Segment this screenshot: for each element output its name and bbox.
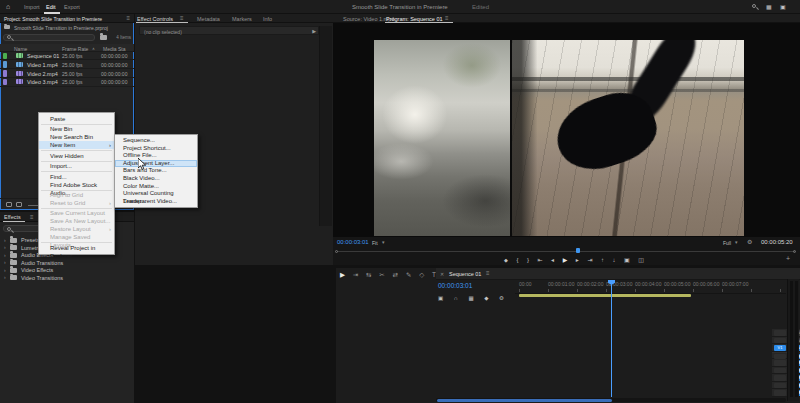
panel-menu-icon[interactable]: ≡ (126, 15, 130, 21)
menu-item-manage-saved-layouts[interactable]: Manage Saved Layouts... (39, 233, 114, 241)
menu-item-restore-layout[interactable]: Restore Layout› (39, 225, 114, 233)
twirl-icon[interactable]: › (4, 244, 6, 250)
add-marker-icon[interactable]: ◆ (504, 255, 508, 265)
label-chip[interactable] (3, 79, 7, 86)
source-patch[interactable] (774, 390, 786, 396)
add-button-icon[interactable]: + (786, 255, 790, 262)
submenu-item-sequence[interactable]: Sequence... (115, 137, 197, 145)
menu-item-import[interactable]: Import... (39, 162, 114, 170)
play-button-icon[interactable]: ▶ (563, 255, 568, 265)
scrubber-left-handle[interactable] (335, 250, 338, 253)
item-name[interactable]: Video 2.mp4 (27, 71, 58, 77)
scrubber-playhead[interactable] (576, 248, 580, 253)
timeline-settings-icon[interactable]: ⚙ (499, 293, 504, 303)
source-patch[interactable] (774, 375, 786, 381)
label-chip[interactable] (3, 53, 7, 60)
submenu-item-color-matte[interactable]: Color Matte... (115, 183, 197, 191)
sequence-tab[interactable]: Sequence 01 (449, 271, 481, 277)
track-select-tool-icon[interactable]: ⇥ (353, 269, 358, 280)
panel-menu-icon[interactable]: ≡ (445, 15, 449, 21)
timeline-ruler[interactable]: 00:00 00:00:01:00 00:00:02:00 00:00:03:0… (515, 279, 786, 294)
menu-item-new-bin[interactable]: New Bin (39, 125, 114, 133)
playback-quality-select[interactable]: Full (723, 240, 731, 246)
folder-label[interactable]: Presets (21, 237, 40, 243)
lift-icon[interactable]: ↑ (601, 255, 604, 265)
label-chip[interactable] (3, 70, 7, 77)
project-list-header[interactable]: Name Frame Rate ∧ Media Sta (0, 44, 134, 52)
tab-effect-controls[interactable]: Effect Controls (137, 16, 173, 22)
project-row-video1[interactable]: Video 1.mp4 25.00 fps 00:00:00:00 (0, 60, 134, 69)
submenu-item-transparent-video[interactable]: Transparent Video... (115, 198, 197, 206)
folder-label[interactable]: Video Transitions (21, 275, 63, 281)
home-icon[interactable]: ⌂ (6, 2, 10, 12)
extract-icon[interactable]: ↓ (613, 255, 616, 265)
menu-item-new-item[interactable]: New Item› (39, 141, 114, 149)
menu-item-reveal-project[interactable]: Reveal Project in Explorer... (39, 244, 114, 252)
panel-menu-icon[interactable]: ≡ (30, 214, 34, 220)
linked-selection-icon[interactable]: ▦ (468, 293, 473, 303)
menu-item-find-adobe-stock[interactable]: Find Adobe Stock Audio... (39, 181, 114, 189)
mark-out-icon[interactable]: } (527, 255, 529, 265)
menu-item-view-hidden[interactable]: View Hidden (39, 152, 114, 160)
slip-tool-icon[interactable]: ⇄ (393, 269, 398, 280)
item-name[interactable]: Video 1.mp4 (27, 62, 58, 68)
menu-item-reset-to-grid[interactable]: Reset to Grid› (39, 199, 114, 207)
menu-item-paste[interactable]: Paste (39, 115, 114, 123)
submenu-item-universal-counting-leader[interactable]: Universal Counting Leader... (115, 190, 197, 198)
add-marker-icon[interactable]: ◆ (484, 293, 488, 303)
nest-indicator-icon[interactable]: ▣ (438, 293, 443, 303)
timeline-hscroll-track[interactable] (436, 398, 786, 402)
tab-program-monitor[interactable]: Program: Sequence 01 (386, 16, 443, 22)
effects-folder-video-transitions[interactable]: › Video Transitions (0, 274, 134, 282)
submenu-item-offline-file[interactable]: Offline File... (115, 152, 197, 160)
folder-label[interactable]: Video Effects (21, 267, 53, 273)
menu-item-save-current-layout[interactable]: Save Current Layout (39, 209, 114, 217)
tab-edit[interactable]: Edit (46, 4, 55, 10)
razor-tool-icon[interactable]: ✂ (379, 269, 384, 280)
search-icon[interactable] (752, 4, 756, 8)
close-tab-icon[interactable]: ✕ (440, 271, 444, 277)
tab-info[interactable]: Info (263, 16, 272, 22)
source-patch[interactable] (774, 368, 786, 374)
snap-icon[interactable]: ∩ (454, 293, 458, 303)
menu-item-save-as-new-layout[interactable]: Save As New Layout... (39, 217, 114, 225)
source-patch[interactable] (774, 360, 786, 366)
twirl-icon[interactable]: › (4, 259, 6, 265)
step-back-icon[interactable]: ◂ (551, 255, 554, 265)
selection-tool-icon[interactable]: ▶ (340, 269, 345, 280)
ripple-edit-tool-icon[interactable]: ⇆ (366, 269, 371, 280)
list-view-icon[interactable] (6, 202, 12, 207)
icon-view-icon[interactable] (16, 202, 22, 207)
source-patch[interactable] (774, 383, 786, 389)
hand-tool-icon[interactable]: ◇ (419, 269, 424, 280)
workspaces-icon[interactable]: ▦ (766, 2, 772, 12)
source-patch[interactable] (774, 330, 786, 336)
effect-controls-mini-timeline[interactable] (319, 26, 332, 226)
folder-label[interactable]: Audio Transitions (21, 260, 63, 266)
fullscreen-icon[interactable]: ▣ (780, 2, 786, 12)
zoom-level-select[interactable]: Fit (372, 240, 378, 246)
submenu-item-bars-and-tone[interactable]: Bars and Tone... (115, 167, 197, 175)
submenu-item-adjustment-layer[interactable]: Adjustment Layer... (115, 160, 197, 168)
go-to-in-icon[interactable]: ⇤ (538, 255, 543, 265)
submenu-item-project-shortcut[interactable]: Project Shortcut... (115, 145, 197, 153)
timeline-playhead-line[interactable] (611, 281, 612, 397)
menu-item-find[interactable]: Find... (39, 173, 114, 181)
twirl-icon[interactable]: › (4, 252, 6, 258)
new-bin-from-search-icon[interactable] (100, 35, 107, 40)
mark-in-icon[interactable]: { (516, 255, 518, 265)
tab-metadata[interactable]: Metadata (197, 16, 220, 22)
bin-icon[interactable] (4, 25, 10, 29)
project-row-sequence[interactable]: Sequence 01 25.00 fps 00:00:00:00 (0, 52, 134, 61)
timeline-hscroll-thumb[interactable] (437, 399, 612, 402)
effects-panel-tab[interactable]: Effects (4, 214, 21, 220)
effects-folder-video-effects[interactable]: › Video Effects (0, 266, 134, 274)
tab-markers[interactable]: Markers (232, 16, 252, 22)
project-panel-tab[interactable]: Project: Smooth Slide Transition in Prem… (4, 16, 102, 22)
project-row-video2[interactable]: Video 2.mp4 25.00 fps 00:00:00:00 (0, 69, 134, 78)
twirl-icon[interactable]: › (4, 274, 6, 280)
tab-import[interactable]: Import (24, 4, 40, 10)
panel-menu-icon[interactable]: ≡ (486, 270, 490, 276)
scrubber-track[interactable] (337, 251, 795, 253)
work-area-bar[interactable] (519, 294, 691, 297)
